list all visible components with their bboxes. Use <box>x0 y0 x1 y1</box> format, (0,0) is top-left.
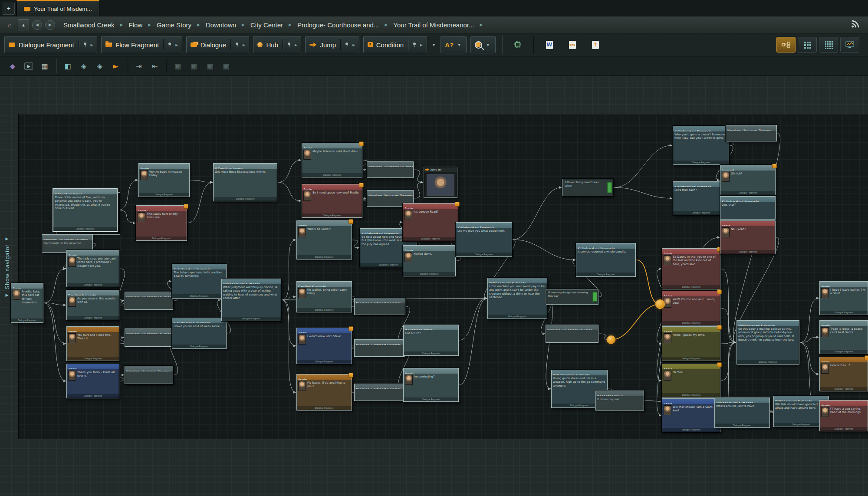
breadcrumb-arrow-icon[interactable]: ▶ <box>242 23 245 27</box>
speech-node[interactable]: KidJigharakani KumpodeWhats around, last… <box>714 397 770 428</box>
condition-true-pin[interactable] <box>592 292 597 302</box>
properties-table-button[interactable]: ▦ <box>38 59 51 72</box>
pin-icon[interactable] <box>413 42 417 48</box>
tech-export-button[interactable] <box>508 36 527 53</box>
breadcrumb-item[interactable]: Flow <box>128 21 142 29</box>
chevron-right-icon[interactable]: ▸ <box>420 42 423 48</box>
dialog-node[interactable]: Caroline KumpodeAs you done in this wond… <box>66 290 119 320</box>
dialog-node[interactable]: AngieI hope I leave earlier, I'm a Saint… <box>819 281 868 315</box>
dialog-node[interactable]: AngieWe the baby in heaven today.Dialogu… <box>138 163 190 197</box>
cond-node[interactable]: If morning danger not evening this day <box>546 289 598 305</box>
gray-node[interactable]: Napoleon, Lieutenant Governor <box>546 325 598 343</box>
breadcrumb-item[interactable]: Prologue- Courthouse and... <box>297 21 379 29</box>
pin-icon[interactable] <box>168 42 172 48</box>
speech-node[interactable]: KidJigharakani KumpodeWhat judgment will… <box>221 279 281 321</box>
speech-node[interactable]: If Condition brownGet more Nova Expectat… <box>213 163 277 201</box>
pin-icon[interactable] <box>345 42 349 48</box>
chevron-right-icon[interactable]: ▸ <box>352 42 355 48</box>
upload-export-button[interactable]: ↑ <box>586 36 605 53</box>
create-flow-fragment-button[interactable]: Flow Fragment▸ <box>101 36 182 53</box>
jump-node[interactable]: Jump to: <box>424 167 457 198</box>
pin-icon[interactable] <box>83 42 87 48</box>
back-button[interactable]: ◀ <box>32 20 42 30</box>
dialog-node[interactable]: AngieSo I need space now you? Really.Dia… <box>302 184 362 218</box>
dialog-node[interactable]: AngieKeeled done.Dialogue Fragment <box>403 245 456 276</box>
speech-node[interactable]: If Condition brownThree of his uncles of… <box>53 188 118 232</box>
tab-your-trail[interactable]: Your Trail of Misdem... <box>16 0 99 16</box>
breadcrumb-arrow-icon[interactable]: ▶ <box>120 23 123 27</box>
dialog-node[interactable]: AngieMaybe Peterson said she'd drive.Dia… <box>302 143 362 177</box>
show-navigator-toggle[interactable]: ▶ Show navigator ▶ <box>1 237 13 297</box>
small-grid-view-button[interactable] <box>798 37 817 53</box>
breadcrumb-item[interactable]: Smallwood Creek <box>63 21 115 29</box>
breadcrumb-item[interactable]: Game Story <box>157 21 191 29</box>
dialog-node[interactable]: AngieHow is Gas...?Dialogue Fragment <box>819 357 868 391</box>
dialog-node[interactable]: LeonardUh huh?Dialogue Fragment <box>720 165 776 195</box>
template-overflow-dropdown[interactable]: ▾ <box>431 42 437 48</box>
cond-node[interactable]: If Brown thing hasn't been taken <box>562 179 613 196</box>
gray-node[interactable]: Napoleon, Lieutenant Governor <box>726 125 777 141</box>
dialog-node[interactable]: AngieHello, I guess my time.Dialogue Fra… <box>662 326 720 361</box>
dialog-node[interactable]: AngieOk fine.Dialogue Fragment <box>662 364 720 397</box>
dialog-node[interactable]: AngieWho'll be under?Dialogue Fragment <box>296 220 352 259</box>
flow-canvas[interactable]: If Condition brownThree of his uncles of… <box>0 76 868 496</box>
hub-node[interactable] <box>655 299 665 309</box>
presentation-mode-button[interactable]: ▶ <box>22 59 35 72</box>
gray-node[interactable]: Napoleon, Lieutenant Governor <box>354 298 405 315</box>
pin-icon[interactable] <box>235 42 239 48</box>
create-dialogue-fragment-button[interactable]: Dialogue Fragment▸ <box>4 36 97 53</box>
add-tab-button[interactable]: + <box>3 3 15 15</box>
breadcrumb-arrow-icon[interactable]: ▶ <box>197 23 200 27</box>
dialog-node[interactable]: AngieIt's London Road?Dialogue Fragment <box>403 203 458 241</box>
dialog-node[interactable]: AngieYou hurt and I liked this - Thats i… <box>66 326 119 361</box>
color-fill-button[interactable]: ◧ <box>61 59 74 72</box>
create-jump-button[interactable]: Jump▸ <box>305 36 359 53</box>
speech-node[interactable]: KidJigharakani KumpodeLittle machine you… <box>487 278 547 319</box>
pin-input-button[interactable]: ⇥ <box>132 59 145 72</box>
chevron-right-icon[interactable]: ▸ <box>295 42 297 48</box>
create-dialogue-button[interactable]: Dialogue▸ <box>186 36 250 53</box>
gray-node[interactable]: If Condition brownIf Brown day met <box>595 391 644 411</box>
breadcrumb-arrow-icon[interactable]: ▶ <box>289 23 292 27</box>
dialog-node[interactable]: AngieTrade is loose, a peace can't best … <box>819 320 868 354</box>
dialog-node[interactable]: AngieI'll have a bag saying, hand of the… <box>819 400 868 431</box>
dialog-node[interactable]: AngieWolf? I'm the one and... mom, you?D… <box>662 291 720 325</box>
hub-node[interactable] <box>607 335 615 344</box>
dialog-node[interactable]: AngieAmelia, kela, this here list for lo… <box>11 283 43 323</box>
pin-output-button[interactable]: ⇤ <box>148 59 161 72</box>
ungroup-button[interactable]: ▣ <box>187 59 201 72</box>
dialog-node[interactable]: AngieSo Danny in the, you're one of the … <box>662 248 720 289</box>
gray-node[interactable]: Napoleon, Lieutenant Governor <box>125 366 173 384</box>
chevron-right-icon[interactable]: ▸ <box>243 42 245 48</box>
chevron-right-icon[interactable]: ▸ <box>175 42 178 48</box>
forward-button[interactable]: ▶ <box>45 20 55 30</box>
text-style-button[interactable]: A? ▾ <box>441 36 467 53</box>
large-grid-view-button[interactable] <box>819 37 838 53</box>
go-up-button[interactable]: ▲ <box>18 19 29 30</box>
breadcrumb-item[interactable]: Downtown <box>206 21 236 29</box>
collapse-button[interactable]: ▣ <box>204 59 217 72</box>
exit-flow-button[interactable]: ► <box>109 59 122 72</box>
pin-icon[interactable] <box>287 42 291 48</box>
feed-icon[interactable] <box>851 20 859 30</box>
breadcrumb-item[interactable]: City Center <box>250 21 283 29</box>
speech-node[interactable]: If Condition brownGot a turn?Dialogue Fr… <box>403 325 459 356</box>
speech-node[interactable]: KidJigharakani KumpodeSo this baby a mak… <box>736 320 799 365</box>
dialog-node[interactable]: AngieNo - yeah?Dialogue Fragment <box>720 220 776 254</box>
expand-button[interactable]: ▣ <box>220 59 233 72</box>
flow-view-button[interactable] <box>776 37 796 53</box>
breadcrumb-arrow-icon[interactable]: ▶ <box>480 23 483 27</box>
search-button[interactable]: ▾ <box>470 36 496 53</box>
simulation-mode-button[interactable]: ◆ <box>6 59 19 72</box>
speech-node[interactable]: KidJigharakani KumpodeThe baby experienc… <box>172 264 227 299</box>
create-hub-button[interactable]: Hub▸ <box>253 36 301 53</box>
dialog-node[interactable]: AngieThis study hurt briefly - listen me… <box>136 205 187 241</box>
monitor-view-button[interactable] <box>840 37 859 53</box>
dialog-node[interactable]: AngieWill that should I am a Saint-kee?D… <box>662 398 720 432</box>
gray-node[interactable]: Napoleon, Lieutenant Governor <box>125 292 173 310</box>
breadcrumb-arrow-icon[interactable]: ▶ <box>385 23 388 27</box>
gray-node[interactable]: Napoleon, Lieutenant Governor <box>354 384 405 401</box>
dialog-node[interactable]: Caroline KumpodeNo walkin, bring other p… <box>296 281 352 312</box>
share-flow-button[interactable]: ◈ <box>77 59 90 72</box>
dialog-node[interactable]: AngieMy bases. Il do anything to you?Dia… <box>296 374 352 411</box>
